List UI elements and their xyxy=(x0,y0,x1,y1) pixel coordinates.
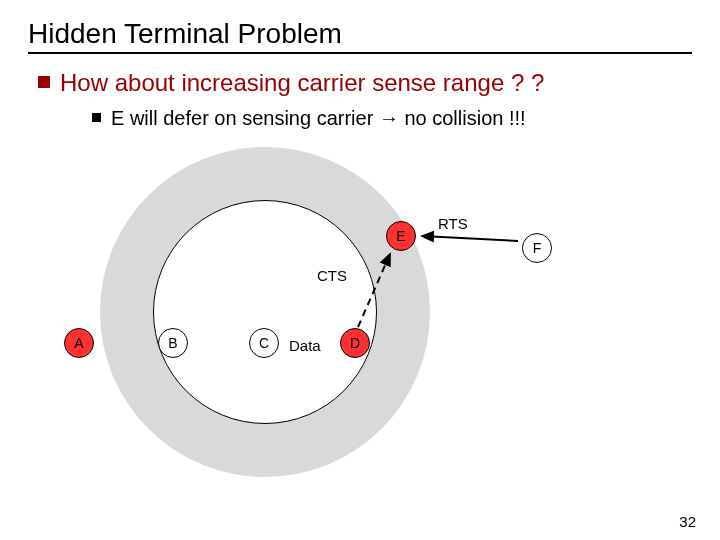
title-underline xyxy=(28,52,692,54)
node-C: C xyxy=(249,328,279,358)
node-F: F xyxy=(522,233,552,263)
label-RTS: RTS xyxy=(438,215,468,232)
bullet-level1: How about increasing carrier sense range… xyxy=(38,68,692,98)
page-number: 32 xyxy=(679,513,696,530)
arrow-RTS xyxy=(422,236,518,241)
carrier-sense-inner-circle xyxy=(153,200,377,424)
node-A: A xyxy=(64,328,94,358)
bullet2-pre: E will defer on sensing carrier xyxy=(111,107,379,129)
node-B: B xyxy=(158,328,188,358)
node-E: E xyxy=(386,221,416,251)
node-D: D xyxy=(340,328,370,358)
page-title: Hidden Terminal Problem xyxy=(28,18,692,50)
label-CTS: CTS xyxy=(317,267,347,284)
slide: Hidden Terminal Problem How about increa… xyxy=(0,0,720,540)
bullet-square-icon xyxy=(92,113,101,122)
bullet-level2: E will defer on sensing carrier → no col… xyxy=(92,106,692,131)
bullet-level2-text: E will defer on sensing carrier → no col… xyxy=(111,106,526,131)
node-F-label: F xyxy=(533,240,542,256)
bullet-square-icon xyxy=(38,76,50,88)
diagram: A B C D E F CTS Data RTS xyxy=(28,141,688,471)
bullet-level1-text: How about increasing carrier sense range… xyxy=(60,68,544,98)
carrier-sense-outer-ring xyxy=(100,147,430,477)
node-E-label: E xyxy=(396,228,405,244)
label-Data: Data xyxy=(289,337,321,354)
right-arrow-icon: → xyxy=(379,107,399,129)
node-D-label: D xyxy=(350,335,360,351)
bullet2-post: no collision !!! xyxy=(399,107,526,129)
node-B-label: B xyxy=(168,335,177,351)
node-A-label: A xyxy=(74,335,83,351)
node-C-label: C xyxy=(259,335,269,351)
